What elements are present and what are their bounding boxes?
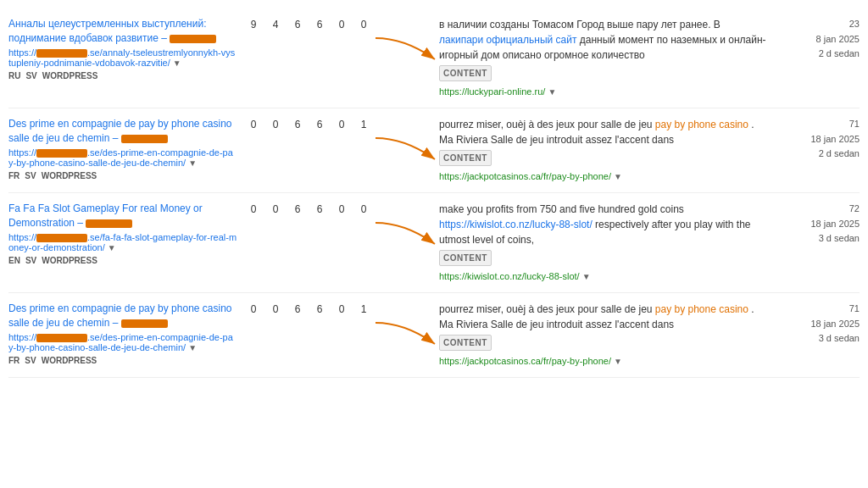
desc-text: make you profits from 750 and five hundr… xyxy=(439,203,751,246)
tag: SV xyxy=(25,356,36,365)
col-desc: make you profits from 750 and five hundr… xyxy=(439,202,775,284)
meta-time: 3 d sedan xyxy=(775,331,860,347)
col-desc: в наличии созданы Томасом Город выше пар… xyxy=(439,17,775,99)
meta-date: 18 jan 2025 xyxy=(775,132,860,147)
num-col-1: 0 xyxy=(268,203,283,215)
tag: WORDPRESS xyxy=(42,171,97,180)
col-arrow xyxy=(371,202,439,252)
num-col-0: 9 xyxy=(246,19,261,30)
content-badge: CONTENT xyxy=(439,250,492,266)
num-col-4: 0 xyxy=(334,19,349,30)
num-col-3: 6 xyxy=(312,19,327,30)
col-arrow xyxy=(371,17,439,68)
meta-time: 2 d sedan xyxy=(775,147,860,162)
num-col-5: 0 xyxy=(356,19,371,30)
num-col-5: 1 xyxy=(356,303,371,315)
num-col-3: 6 xyxy=(312,119,327,130)
url-link[interactable]: https:// .se/des-prime-en-compagnie-de-p… xyxy=(8,332,237,352)
title-link[interactable]: Des prime en compagnie de pay by phone c… xyxy=(8,302,237,330)
meta-time: 2 d sedan xyxy=(775,47,860,62)
col-arrow xyxy=(371,302,439,352)
col-nums: 006600 xyxy=(246,202,371,215)
tags: FRSVWORDPRESS xyxy=(8,171,237,180)
num-col-0: 0 xyxy=(246,303,261,315)
num-col-4: 0 xyxy=(334,119,349,130)
tag: EN xyxy=(8,256,20,265)
desc-highlight: pay by phone casino xyxy=(655,303,748,315)
col-desc: pourrez miser, ouèj à des jeux pour sall… xyxy=(439,302,775,369)
tags: FRSVWORDPRESS xyxy=(8,356,237,365)
desc-text: pourrez miser, ouèj à des jeux pour sall… xyxy=(439,119,754,146)
tag: SV xyxy=(25,171,36,180)
desc-highlight[interactable]: https://kiwislot.co.nz/lucky-88-slot/ xyxy=(439,219,593,230)
meta-num: 72 xyxy=(775,202,860,217)
meta-num: 23 xyxy=(775,17,860,32)
table-row: Анналы целеустремленных выступлений: под… xyxy=(8,8,860,108)
desc-text: pourrez miser, ouèj à des jeux pour sall… xyxy=(439,303,754,330)
col-meta: 71 18 jan 2025 2 d sedan xyxy=(775,117,860,162)
title-link[interactable]: Des prime en compagnie de pay by phone c… xyxy=(8,117,237,146)
col-main: Des prime en compagnie de pay by phone c… xyxy=(8,117,246,180)
num-col-4: 0 xyxy=(334,303,349,315)
arrow-icon xyxy=(371,134,439,168)
num-col-2: 6 xyxy=(290,119,305,130)
num-col-2: 6 xyxy=(290,303,305,315)
arrow-icon xyxy=(371,319,439,352)
col-meta: 72 18 jan 2025 3 d sedan xyxy=(775,202,860,247)
result-url[interactable]: https://jackpotcasinos.ca/fr/pay-by-phon… xyxy=(439,171,622,181)
tag: WORDPRESS xyxy=(42,71,98,80)
num-col-1: 0 xyxy=(268,119,283,130)
desc-highlight: pay by phone casino xyxy=(655,119,748,130)
url-link[interactable]: https:// .se/fa-fa-fa-slot-gameplay-for-… xyxy=(8,232,237,252)
content-badge: CONTENT xyxy=(439,335,492,351)
col-meta: 71 18 jan 2025 3 d sedan xyxy=(775,302,860,347)
desc-text: в наличии созданы Томасом Город выше пар… xyxy=(439,19,766,61)
col-main: Fa Fa Fa Slot Gameplay For real Money or… xyxy=(8,202,246,265)
num-col-3: 6 xyxy=(312,303,327,315)
table-row: Des prime en compagnie de pay by phone c… xyxy=(8,293,860,378)
col-arrow xyxy=(371,117,439,168)
meta-date: 18 jan 2025 xyxy=(775,217,860,232)
num-col-4: 0 xyxy=(334,203,349,215)
title-link[interactable]: Fa Fa Fa Slot Gameplay For real Money or… xyxy=(8,202,237,230)
content-badge: CONTENT xyxy=(439,65,492,81)
num-col-5: 1 xyxy=(356,119,371,130)
tags: RUSVWORDPRESS xyxy=(8,71,237,80)
url-link[interactable]: https:// .se/des-prime-en-compagnie-de-p… xyxy=(8,147,237,168)
num-col-1: 4 xyxy=(268,19,283,30)
url-link[interactable]: https:// .se/annaly-tseleustremlyonnykh-… xyxy=(8,47,237,68)
title-link[interactable]: Анналы целеустремленных выступлений: под… xyxy=(8,17,237,46)
col-main: Des prime en compagnie de pay by phone c… xyxy=(8,302,246,365)
num-col-3: 6 xyxy=(312,203,327,215)
meta-num: 71 xyxy=(775,302,860,317)
col-main: Анналы целеустремленных выступлений: под… xyxy=(8,17,246,80)
tag: FR xyxy=(8,356,19,365)
col-nums: 946600 xyxy=(246,17,371,30)
tag: SV xyxy=(25,71,36,80)
tag: RU xyxy=(8,71,20,80)
meta-time: 3 d sedan xyxy=(775,231,860,247)
result-url[interactable]: https://jackpotcasinos.ca/fr/pay-by-phon… xyxy=(439,356,622,366)
result-url[interactable]: https://luckypari-online.ru/ ▼ xyxy=(439,86,556,97)
table-row: Des prime en compagnie de pay by phone c… xyxy=(8,108,860,193)
result-url[interactable]: https://kiwislot.co.nz/lucky-88-slot/ ▼ xyxy=(439,271,591,281)
num-col-1: 0 xyxy=(268,303,283,315)
main-table: Анналы целеустремленных выступлений: под… xyxy=(8,8,860,378)
desc-highlight[interactable]: лакипари официальный сайт xyxy=(439,34,576,46)
col-desc: pourrez miser, ouèj à des jeux pour sall… xyxy=(439,117,775,184)
arrow-icon xyxy=(371,34,439,68)
num-col-2: 6 xyxy=(290,203,305,215)
arrow-icon xyxy=(371,219,439,252)
tag: WORDPRESS xyxy=(42,256,97,265)
meta-num: 71 xyxy=(775,117,860,132)
num-col-5: 0 xyxy=(356,203,371,215)
tag: WORDPRESS xyxy=(42,356,97,365)
col-nums: 006601 xyxy=(246,302,371,315)
meta-date: 8 jan 2025 xyxy=(775,32,860,47)
num-col-0: 0 xyxy=(246,119,261,130)
meta-date: 18 jan 2025 xyxy=(775,317,860,332)
num-col-2: 6 xyxy=(290,19,305,30)
content-badge: CONTENT xyxy=(439,150,492,166)
tag: FR xyxy=(8,171,19,180)
tags: ENSVWORDPRESS xyxy=(8,256,237,265)
